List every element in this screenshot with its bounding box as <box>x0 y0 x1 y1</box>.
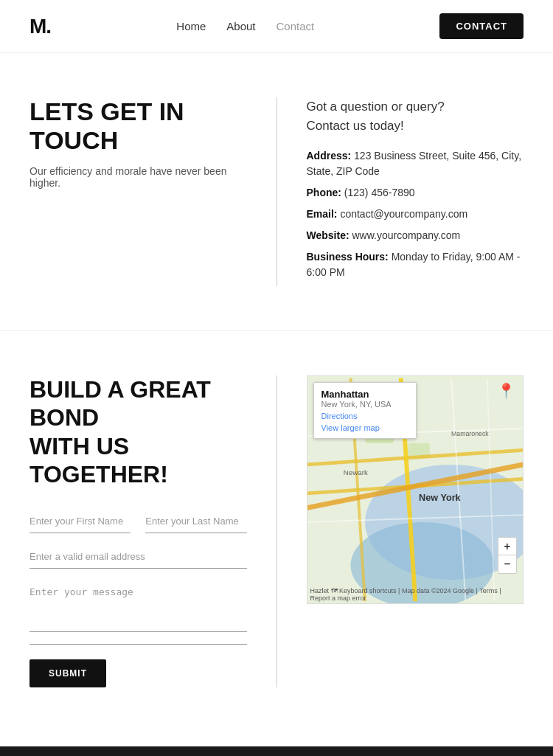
map-zoom-controls[interactable]: + − <box>498 537 517 574</box>
map-attribution-left: Hazlet 🗺 Keyboard shortcuts | Map data ©… <box>310 587 524 602</box>
section-subtext: Our efficiency and morale have never bee… <box>29 165 247 189</box>
svg-text:Mamaroneck: Mamaroneck <box>451 430 489 437</box>
contact-cta-button[interactable]: CONTACT <box>439 13 524 39</box>
email-detail: Email: contact@yourcompany.com <box>307 207 524 222</box>
svg-text:New York: New York <box>419 493 461 503</box>
section-heading: LETS GET IN TOUCH <box>29 97 247 155</box>
svg-text:Newark: Newark <box>343 469 367 477</box>
map-infobox: Manhattan New York, NY, USA Directions V… <box>313 382 417 439</box>
section-left: LETS GET IN TOUCH Our efficiency and mor… <box>29 97 277 286</box>
contact-info-section: LETS GET IN TOUCH Our efficiency and mor… <box>0 53 553 330</box>
map-place-sub: New York, NY, USA <box>321 400 408 409</box>
map-side: New York Newark Mamaroneck Manhattan New… <box>277 375 524 687</box>
submit-button[interactable]: SUBMIT <box>29 659 106 687</box>
name-row <box>29 510 247 533</box>
hours-detail: Business Hours: Monday to Friday, 9:00 A… <box>307 249 524 280</box>
website-detail: Website: www.yourcompany.com <box>307 228 524 243</box>
nav-home[interactable]: Home <box>176 20 206 32</box>
form-map-section: BUILD A GREAT BOND WITH US TOGETHER! SUB… <box>0 330 553 732</box>
map-pin-icon: 📍 <box>497 382 515 400</box>
message-input[interactable] <box>29 580 247 632</box>
navbar: M. Home About Contact CONTACT <box>0 0 553 53</box>
contact-tagline: Got a question or query? Contact us toda… <box>307 97 524 135</box>
map-larger-link[interactable]: View larger map <box>321 423 408 432</box>
section-right: Got a question or query? Contact us toda… <box>277 97 524 286</box>
zoom-in-button[interactable]: + <box>498 538 516 555</box>
logo: M. <box>29 16 51 37</box>
phone-detail: Phone: (123) 456-7890 <box>307 185 524 201</box>
map-directions-link[interactable]: Directions <box>321 412 358 420</box>
address-detail: Address: 123 Business Street, Suite 456,… <box>307 148 524 179</box>
map-visual: New York Newark Mamaroneck Manhattan New… <box>307 376 524 603</box>
first-name-input[interactable] <box>29 510 131 533</box>
form-heading: BUILD A GREAT BOND WITH US TOGETHER! <box>29 375 247 489</box>
form-side: BUILD A GREAT BOND WITH US TOGETHER! SUB… <box>29 375 277 687</box>
nav-links: Home About Contact <box>176 20 314 32</box>
map-place-name: Manhattan <box>321 389 408 400</box>
footer: M. ADDRESS 123 Business Street, Suite 45… <box>0 746 553 756</box>
nav-contact[interactable]: Contact <box>276 20 315 32</box>
last-name-input[interactable] <box>145 510 246 533</box>
email-input[interactable] <box>29 545 247 569</box>
map-container: New York Newark Mamaroneck Manhattan New… <box>307 375 524 604</box>
zoom-out-button[interactable]: − <box>498 555 516 573</box>
nav-about[interactable]: About <box>226 20 255 32</box>
